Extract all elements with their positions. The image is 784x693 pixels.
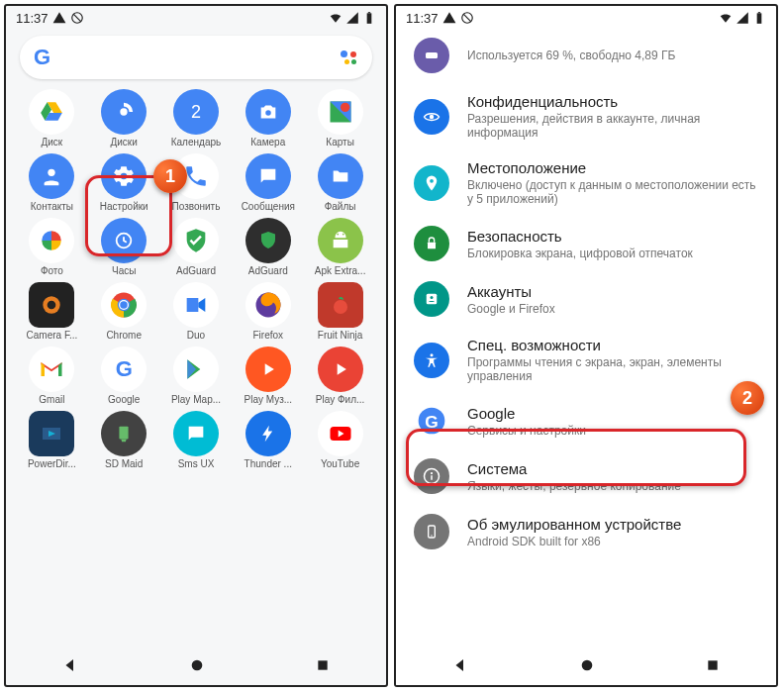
app-maps[interactable]: Карты	[306, 89, 375, 148]
search-bar[interactable]: G	[20, 36, 372, 79]
warning-icon	[442, 11, 456, 25]
settings-title: Аккаунты	[467, 283, 758, 300]
settings-accessibility[interactable]: Спец. возможностиПрограммы чтения с экра…	[396, 327, 776, 393]
nav-back-icon[interactable]	[451, 656, 469, 674]
svg-point-5	[265, 110, 271, 116]
app-disks[interactable]: Диски	[89, 89, 158, 148]
svg-point-9	[337, 234, 339, 236]
app-smsux[interactable]: Sms UX	[161, 411, 231, 469]
svg-rect-31	[428, 243, 436, 249]
app-playstore[interactable]: Play Мар...	[161, 346, 231, 405]
settings-title: Система	[467, 460, 758, 477]
app-powerdirector[interactable]: PowerDir...	[17, 411, 86, 469]
svg-rect-20	[120, 427, 129, 440]
app-messages[interactable]: Сообщения	[234, 153, 303, 212]
settings-sub: Сервисы и настройки	[467, 424, 758, 438]
app-clock[interactable]: Часы	[89, 218, 158, 276]
settings-about[interactable]: Об эмулированном устройствеAndroid SDK b…	[396, 504, 776, 559]
app-camerafv[interactable]: Camera F...	[17, 282, 86, 341]
status-time: 11:37	[406, 11, 439, 26]
settings-privacy[interactable]: КонфиденциальностьРазрешения, действия в…	[396, 83, 776, 149]
app-label: Позвонить	[162, 201, 230, 212]
app-playmovies[interactable]: Play Фил...	[306, 346, 375, 405]
app-youtube[interactable]: YouTube	[306, 411, 375, 469]
settings-title: Спец. возможности	[467, 337, 758, 353]
status-time: 11:37	[16, 11, 49, 26]
signal-icon	[735, 11, 749, 25]
app-label: Thunder ...	[235, 458, 302, 469]
phone-left: 11:37 G Диск Диски	[4, 4, 388, 687]
app-gmail[interactable]: Gmail	[17, 346, 86, 405]
privacy-icon	[414, 99, 449, 135]
settings-accounts[interactable]: АккаунтыGoogle и Firefox	[396, 271, 776, 327]
app-files[interactable]: Файлы	[306, 153, 375, 212]
settings-title: Безопасность	[467, 228, 758, 245]
app-settings[interactable]: Настройки	[89, 153, 158, 212]
app-thunder[interactable]: Thunder ...	[234, 411, 303, 469]
svg-point-7	[49, 169, 55, 176]
nav-recent-icon[interactable]	[705, 657, 721, 673]
app-playmusic[interactable]: Play Муз...	[234, 346, 303, 405]
svg-point-4	[121, 108, 128, 115]
svg-rect-27	[758, 12, 760, 13]
battery-icon	[362, 11, 376, 25]
assistant-icon[interactable]	[339, 48, 358, 67]
svg-rect-2	[367, 13, 372, 23]
battery-icon	[752, 11, 766, 25]
app-duo[interactable]: Duo	[161, 282, 231, 341]
svg-point-10	[342, 234, 343, 236]
settings-sub: Языки, жесты, резервное копирование	[467, 479, 758, 493]
svg-point-29	[430, 114, 435, 119]
app-label: Fruit Ninja	[307, 330, 374, 341]
app-label: Календарь	[162, 137, 230, 148]
nav-recent-icon[interactable]	[315, 657, 331, 673]
settings-list[interactable]: Используется 69 %, свободно 4,89 ГБ Конф…	[396, 30, 776, 559]
app-grid: Диск Диски 2Календарь Камера Карты Конта…	[6, 89, 386, 469]
svg-point-30	[430, 178, 434, 182]
settings-title: Об эмулированном устройстве	[467, 516, 758, 533]
do-not-disturb-icon	[70, 11, 84, 25]
app-label: AdGuard	[162, 265, 230, 276]
nav-home-icon[interactable]	[579, 657, 595, 673]
app-chrome[interactable]: Chrome	[89, 282, 158, 341]
statusbar: 11:37	[6, 6, 386, 30]
app-adguard[interactable]: AdGuard	[161, 218, 231, 276]
svg-rect-39	[431, 475, 433, 480]
app-apkextractor[interactable]: Apk Extra...	[306, 218, 375, 276]
app-label: SD Maid	[90, 458, 157, 469]
app-adguard2[interactable]: AdGuard	[234, 218, 303, 276]
settings-google[interactable]: G GoogleСервисы и настройки	[396, 393, 776, 448]
app-label: Камера	[235, 137, 302, 148]
app-contacts[interactable]: Контакты	[17, 153, 86, 212]
app-firefox[interactable]: Firefox	[234, 282, 303, 341]
svg-point-16	[120, 301, 128, 309]
nav-home-icon[interactable]	[189, 657, 205, 673]
google-icon: G	[414, 403, 449, 439]
app-label: Диск	[18, 137, 85, 148]
app-label: Gmail	[18, 394, 85, 405]
nav-back-icon[interactable]	[61, 656, 79, 674]
settings-location[interactable]: МестоположениеВключено (доступ к данным …	[396, 149, 776, 216]
annotation-1: 1	[153, 159, 187, 193]
app-label: Chrome	[90, 330, 157, 341]
app-label: Google	[90, 394, 157, 405]
settings-system[interactable]: СистемаЯзыки, жесты, резервное копирован…	[396, 448, 776, 504]
app-label: Файлы	[307, 201, 374, 212]
app-fruitninja[interactable]: Fruit Ninja	[306, 282, 375, 341]
app-drive[interactable]: Диск	[17, 89, 86, 148]
settings-storage[interactable]: Используется 69 %, свободно 4,89 ГБ	[396, 34, 776, 83]
app-photos[interactable]: Фото	[17, 218, 86, 276]
svg-rect-43	[709, 660, 718, 669]
svg-line-25	[462, 14, 470, 22]
svg-point-41	[431, 535, 432, 536]
settings-security[interactable]: БезопасностьБлокировка экрана, цифровой …	[396, 216, 776, 271]
app-sdmaid[interactable]: SD Maid	[89, 411, 158, 469]
location-icon	[414, 165, 449, 201]
settings-title: Местоположение	[467, 159, 758, 176]
app-google[interactable]: GGoogle	[89, 346, 158, 405]
accessibility-icon	[414, 343, 449, 378]
app-camera[interactable]: Камера	[234, 89, 303, 148]
app-calendar[interactable]: 2Календарь	[161, 89, 231, 148]
svg-rect-23	[319, 660, 328, 669]
wifi-icon	[719, 11, 733, 25]
